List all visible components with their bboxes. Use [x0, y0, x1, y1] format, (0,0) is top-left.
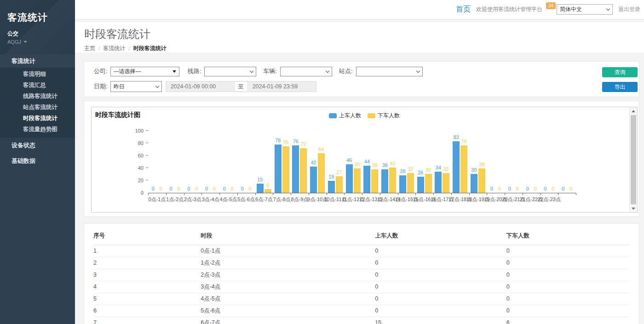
org-code-label: AQGJ	[7, 39, 21, 45]
bar-alighting	[407, 173, 414, 193]
chevron-down-icon	[416, 69, 420, 72]
y-axis-tick-label: 40	[126, 165, 144, 171]
line-select[interactable]	[204, 67, 256, 76]
bar-value-label: 0	[564, 186, 577, 191]
bar-value-label: 6	[261, 182, 274, 188]
language-select[interactable]: 简体中文	[557, 4, 613, 15]
dropdown-arrow-icon	[172, 70, 176, 73]
topbar: 首页 欢迎使用客流统计管理平台 34 简体中文 退出登录	[75, 0, 644, 19]
legend-item-boarding[interactable]: 上车人数	[329, 112, 361, 120]
scrollbar-down-arrow[interactable]	[630, 205, 637, 212]
x-axis-tick-mark	[237, 193, 238, 195]
bar-boarding	[292, 145, 299, 193]
home-link[interactable]: 首页	[456, 5, 471, 14]
bar-alighting	[425, 174, 432, 193]
table-cell: 0	[375, 245, 506, 257]
query-button[interactable]: 查询	[602, 67, 638, 77]
bar-alighting	[371, 169, 378, 193]
company-select[interactable]: ---请选择---	[110, 67, 179, 76]
y-axis-tick-label: 0	[126, 190, 144, 196]
bar-boarding	[328, 181, 335, 193]
table-cell: 4	[93, 281, 201, 293]
export-button[interactable]: 导出	[602, 82, 638, 92]
x-axis-tick-mark	[291, 193, 291, 195]
table-cell: 6	[93, 305, 201, 317]
sidebar-subitem[interactable]: 站点客流统计	[0, 102, 75, 113]
sidebar-item-base-data[interactable]: 基础数据	[0, 153, 75, 169]
chart-container: 时段车流统计图 上车人数 下车人数 020406080100000点-1点001…	[91, 107, 638, 213]
table-cell: 6点-7点	[201, 317, 375, 324]
sidebar-subitem[interactable]: 线路客流统计	[0, 91, 75, 102]
scrollbar-thumb[interactable]	[631, 115, 636, 204]
breadcrumb-separator: /	[98, 46, 100, 52]
legend-swatch-boarding	[329, 113, 337, 118]
table-cell: 2	[93, 257, 201, 269]
bar-value-label: 76	[458, 139, 471, 144]
sidebar-subitem[interactable]: 客流明细	[0, 69, 75, 80]
breadcrumb-passenger-stats[interactable]: 客流统计	[103, 45, 125, 52]
date-preset-value: 昨日	[114, 83, 125, 91]
bar-value-label: 32	[440, 166, 453, 172]
x-axis-label: 22点-23点	[533, 196, 565, 203]
bar-value-label: 15	[253, 177, 266, 182]
bar-value-label: 41	[386, 161, 399, 166]
y-axis-tick-label: 100	[126, 128, 144, 133]
station-select[interactable]	[356, 67, 423, 76]
legend-swatch-alighting	[368, 113, 375, 118]
chart-panel: 时段车流统计图 上车人数 下车人数 020406080100000点-1点001…	[84, 101, 639, 217]
x-axis-tick-mark	[469, 193, 470, 195]
col-header-index: 序号	[93, 227, 201, 245]
bar-value-label: 64	[315, 146, 328, 152]
breadcrumb-home[interactable]: 主页	[84, 45, 95, 52]
date-to-input[interactable]	[247, 81, 316, 92]
sidebar-subitem[interactable]: 客流汇总	[0, 80, 75, 91]
col-header-alighting: 下车人数	[506, 227, 630, 245]
x-axis-tick-mark	[558, 193, 558, 195]
x-axis-tick-mark	[255, 193, 256, 195]
chart-title: 时段车流统计图	[95, 111, 140, 119]
x-axis-tick-mark	[219, 193, 220, 195]
bar-alighting	[443, 173, 449, 193]
bar-boarding	[453, 141, 460, 193]
vehicle-select[interactable]	[280, 67, 332, 76]
sidebar-nav: 客流统计 客流明细客流汇总线路客流统计站点客流统计时段客流统计客流量趋势图 设备…	[0, 54, 75, 169]
sidebar-subitem[interactable]: 客流量趋势图	[0, 124, 75, 135]
org-code-dropdown[interactable]: AQGJ	[7, 39, 68, 45]
line-label: 线路:	[188, 67, 201, 75]
scrollbar-up-arrow[interactable]	[630, 107, 637, 115]
table-cell: 0	[506, 257, 630, 269]
bar-alighting	[478, 168, 485, 193]
sidebar-submenu: 客流明细客流汇总线路客流统计站点客流统计时段客流统计客流量趋势图	[0, 68, 75, 138]
x-axis-tick-mark	[380, 193, 380, 195]
breadcrumb-current: 时段客流统计	[133, 45, 167, 52]
bar-alighting	[389, 168, 396, 193]
x-axis-tick-mark	[362, 193, 362, 195]
table-row: 65点-6点00	[93, 305, 630, 317]
bar-value-label: 0	[244, 186, 257, 191]
chart-scrollbar[interactable]	[629, 107, 637, 212]
legend-label-boarding: 上车人数	[339, 112, 361, 120]
chevron-down-icon	[250, 69, 253, 72]
legend-item-alighting[interactable]: 下车人数	[368, 112, 400, 120]
x-axis-tick-mark	[273, 193, 273, 195]
sidebar-subitem[interactable]: 时段客流统计	[0, 113, 75, 124]
y-axis-tick-mark	[146, 143, 148, 143]
y-axis-tick-mark	[146, 155, 148, 156]
date-preset-select[interactable]: 昨日	[110, 81, 162, 92]
table-cell: 5点-6点	[201, 305, 375, 317]
x-axis-tick-mark	[576, 193, 576, 195]
welcome-text: 欢迎使用客流统计管理平台	[476, 6, 542, 13]
company-select-value: ---请选择---	[114, 68, 141, 75]
arrow-down-icon	[632, 208, 635, 210]
date-from-input[interactable]	[166, 81, 235, 92]
table-cell: 2点-3点	[201, 269, 375, 281]
sidebar-section-passenger-stats[interactable]: 客流统计	[0, 54, 75, 68]
x-axis-tick-mark	[415, 193, 416, 195]
table-cell: 1点-2点	[201, 257, 375, 269]
sidebar-item-device-status[interactable]: 设备状态	[0, 138, 75, 153]
x-axis-tick-mark	[451, 193, 452, 195]
breadcrumb: 主页 / 客流统计 / 时段客流统计	[84, 45, 644, 52]
logout-link[interactable]: 退出登录	[618, 6, 640, 13]
breadcrumb-separator: /	[128, 46, 130, 52]
bar-value-label: 39	[475, 162, 488, 167]
